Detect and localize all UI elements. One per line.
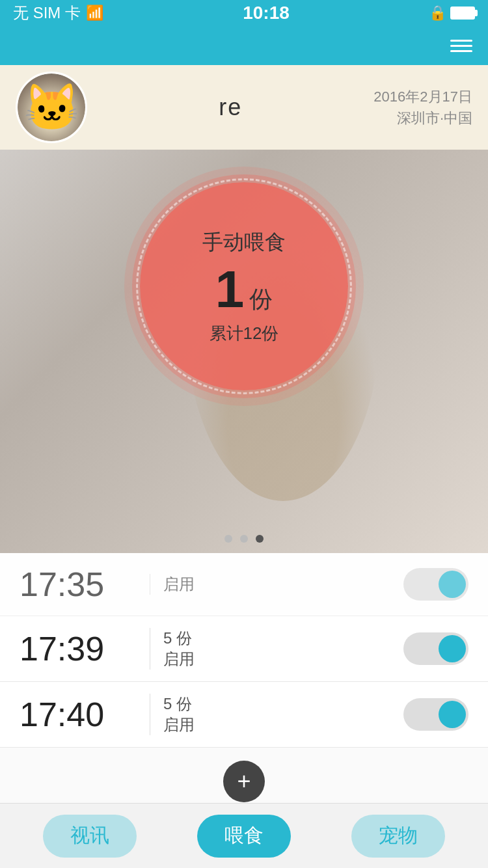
nav-btn-shixun[interactable]: 视讯 (43, 815, 137, 858)
feed-circle[interactable]: 手动喂食 1 份 累计12份 (140, 182, 348, 390)
status-right: 🔒 (429, 5, 475, 21)
profile-header: re 2016年2月17日 深圳市·中国 (0, 65, 488, 150)
dot-1[interactable] (224, 535, 232, 543)
menu-button[interactable] (450, 40, 472, 52)
schedule-info-2: 5 份 启用 (150, 628, 403, 670)
dot-3[interactable] (256, 535, 264, 543)
pagination-dots (224, 535, 264, 543)
table-row: 17:35 启用 (0, 553, 488, 616)
status-left: 无 SIM 卡 📶 (13, 3, 103, 23)
schedule-info-3: 5 份 启用 (150, 694, 403, 735)
add-schedule-button[interactable]: + (223, 761, 265, 802)
schedule-status-3: 启用 (163, 714, 390, 735)
schedule-list: 17:35 启用 17:39 5 份 启用 17:40 5 份 启用 (0, 553, 488, 748)
nav-label-chongwu: 宠物 (379, 822, 418, 849)
schedule-status-2: 启用 (163, 649, 390, 670)
toggle-knob-2 (439, 635, 466, 662)
toggle-knob-3 (439, 701, 466, 728)
nav-btn-chongwu[interactable]: 宠物 (351, 815, 445, 858)
toggle-3[interactable] (403, 698, 468, 731)
table-row: 17:40 5 份 启用 (0, 682, 488, 748)
nav-label-weishi: 喂食 (224, 822, 264, 849)
dot-2[interactable] (240, 535, 248, 543)
toggle-1[interactable] (403, 568, 468, 601)
profile-name: re (87, 94, 373, 121)
status-bar: 无 SIM 卡 📶 10:18 🔒 (0, 0, 488, 26)
schedule-portion-2: 5 份 (163, 628, 390, 649)
profile-location: 深圳市·中国 (373, 107, 472, 129)
table-row: 17:39 5 份 启用 (0, 616, 488, 682)
top-nav (0, 26, 488, 65)
schedule-info-1: 启用 (150, 574, 403, 595)
schedule-portion-3: 5 份 (163, 694, 390, 714)
main-content: 手动喂食 1 份 累计12份 (0, 150, 488, 553)
nav-label-shixun: 视讯 (70, 822, 109, 849)
schedule-time-3: 17:40 (20, 695, 150, 734)
schedule-status-1: 启用 (163, 574, 390, 595)
toggle-knob-1 (439, 571, 466, 598)
nav-btn-weishi[interactable]: 喂食 (197, 815, 291, 858)
profile-date-line1: 2016年2月17日 (373, 86, 472, 107)
feed-circle-ring (136, 178, 352, 394)
lock-icon: 🔒 (429, 5, 446, 21)
battery-icon (450, 7, 475, 20)
profile-date: 2016年2月17日 深圳市·中国 (373, 86, 472, 129)
avatar-image (18, 74, 85, 141)
wifi-icon: 📶 (86, 5, 103, 21)
status-time: 10:18 (243, 3, 290, 23)
bottom-nav: 视讯 喂食 宠物 (0, 803, 488, 868)
add-icon: + (237, 770, 251, 793)
carrier-text: 无 SIM 卡 (13, 3, 81, 23)
avatar[interactable] (16, 72, 87, 143)
toggle-2[interactable] (403, 632, 468, 665)
schedule-time-2: 17:39 (20, 629, 150, 668)
schedule-time-1: 17:35 (20, 565, 150, 604)
